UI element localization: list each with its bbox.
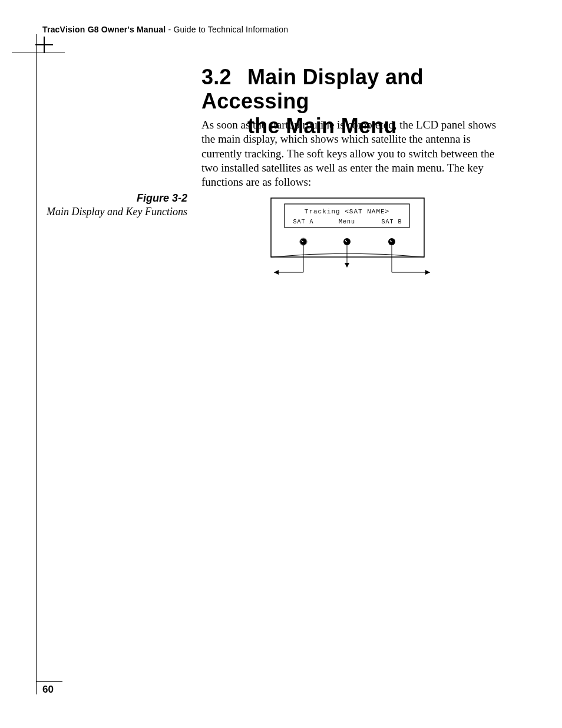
document-page: TracVision G8 Owner's Manual - Guide to … — [0, 0, 562, 728]
lcd-softkey-center-label: Menu — [339, 219, 355, 225]
lcd-softkey-right-label: SAT B — [381, 219, 402, 225]
figure-description: Main Display and Key Functions — [41, 206, 187, 218]
manual-title: TracVision G8 Owner's Manual — [42, 25, 166, 34]
svg-marker-8 — [274, 270, 279, 275]
running-header: TracVision G8 Owner's Manual - Guide to … — [42, 25, 288, 34]
page-margin-line-horizontal — [12, 52, 65, 52]
registration-mark-vertical — [44, 37, 45, 53]
svg-marker-10 — [345, 263, 349, 268]
lcd-panel-diagram-svg: Tracking <SAT NAME> SAT A Menu SAT B — [268, 196, 439, 284]
figure-diagram: Tracking <SAT NAME> SAT A Menu SAT B — [268, 196, 439, 284]
body-paragraph: As soon as the startup routine is comple… — [201, 118, 508, 190]
figure-caption: Figure 3-2 Main Display and Key Function… — [41, 192, 187, 218]
page-margin-line-vertical — [36, 34, 37, 694]
footer-rule — [36, 681, 62, 682]
svg-marker-13 — [425, 270, 430, 275]
header-subtitle: Guide to Technical Information — [173, 25, 288, 34]
section-number: 3.2 — [201, 65, 247, 89]
page-number: 60 — [42, 684, 54, 696]
header-separator: - — [166, 25, 173, 34]
figure-label: Figure 3-2 — [41, 192, 187, 205]
lcd-softkey-left-label: SAT A — [293, 219, 313, 225]
lcd-line1-text: Tracking <SAT NAME> — [305, 208, 389, 215]
